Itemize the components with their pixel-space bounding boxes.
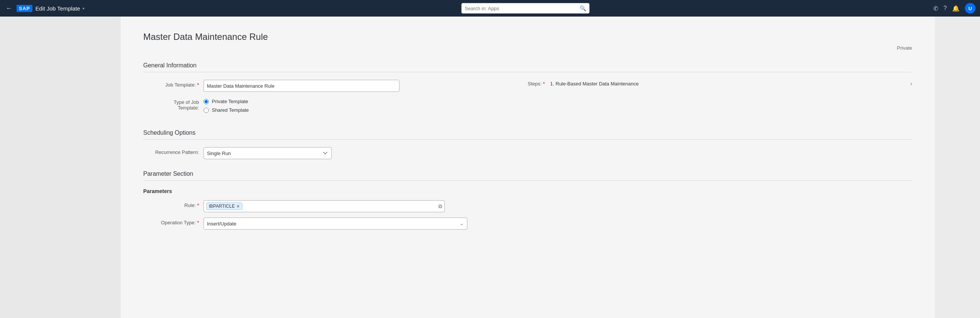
header-right: ✆ ? 🔔 U xyxy=(933,3,975,14)
job-template-row: Job Template: * xyxy=(143,80,528,92)
parameter-section: Parameter Section Parameters Rule: * IBP… xyxy=(143,171,912,229)
operation-type-control: Insert/Update Insert Update Delete ⌄ xyxy=(204,218,468,229)
help-button[interactable]: ? xyxy=(943,5,947,12)
rule-tag-close-icon[interactable]: ✕ xyxy=(236,204,240,209)
recurrence-control: Single Run Daily Weekly Monthly xyxy=(204,147,399,159)
parameter-section-heading: Parameter Section xyxy=(143,171,912,180)
rule-tag: IBPARTICLE ✕ xyxy=(206,203,242,210)
back-icon: ← xyxy=(6,5,12,12)
operation-type-row: Operation Type: * Insert/Update Insert U… xyxy=(143,218,912,229)
rule-control: IBPARTICLE ✕ ⧉ xyxy=(204,200,468,212)
app-title: Edit Job Template xyxy=(35,5,80,12)
sap-logo: SAP xyxy=(17,5,32,12)
sap-logo-text: SAP xyxy=(17,5,32,12)
steps-row: Steps: * 1. Rule-Based Master Data Maint… xyxy=(528,81,912,87)
general-info-grid: Job Template: * Type of Job Template: xyxy=(143,80,912,118)
steps-value: 1. Rule-Based Master Data Maintenance xyxy=(550,81,908,87)
operation-type-select[interactable]: Insert/Update Insert Update Delete xyxy=(204,218,468,229)
recurrence-row: Recurrence Pattern: Single Run Daily Wee… xyxy=(143,147,912,159)
avatar[interactable]: U xyxy=(965,3,975,14)
job-template-input[interactable] xyxy=(204,80,399,92)
header-left: ← SAP Edit Job Template ▾ xyxy=(5,3,118,13)
job-template-control xyxy=(204,80,399,92)
avatar-initials: U xyxy=(968,6,972,11)
scheduling-options-heading: Scheduling Options xyxy=(143,130,912,139)
operation-type-label: Operation Type: * xyxy=(143,218,204,225)
headset-icon: ✆ xyxy=(933,5,938,12)
search-input[interactable] xyxy=(465,6,580,11)
page-title: Master Data Maintenance Rule xyxy=(143,32,912,42)
radio-item-shared[interactable]: Shared Template xyxy=(204,107,399,113)
page-status: Private xyxy=(143,45,912,51)
general-info-left: Job Template: * Type of Job Template: xyxy=(143,80,528,118)
recurrence-select[interactable]: Single Run Daily Weekly Monthly xyxy=(204,147,332,159)
radio-group: Private Template Shared Template xyxy=(204,97,399,113)
radio-item-private[interactable]: Private Template xyxy=(204,99,399,104)
radio-private-label: Private Template xyxy=(212,99,248,104)
rule-label: Rule: * xyxy=(143,200,204,208)
rule-tag-input[interactable]: IBPARTICLE ✕ ⧉ xyxy=(204,200,445,212)
type-of-job-control: Private Template Shared Template xyxy=(204,97,399,113)
parameters-heading: Parameters xyxy=(143,188,912,194)
title-chevron-icon[interactable]: ▾ xyxy=(83,6,84,11)
search-button[interactable]: 🔍 xyxy=(580,5,586,11)
notifications-button[interactable]: 🔔 xyxy=(952,5,959,12)
header-search-area: 🔍 xyxy=(118,3,933,14)
job-template-label: Job Template: * xyxy=(143,80,204,88)
left-sidebar xyxy=(0,17,121,318)
steps-label: Steps: * xyxy=(528,81,547,87)
general-info-right: Steps: * 1. Rule-Based Master Data Maint… xyxy=(528,80,912,87)
job-template-required: * xyxy=(197,82,199,88)
rule-row: Rule: * IBPARTICLE ✕ ⧉ xyxy=(143,200,912,212)
page-layout: Master Data Maintenance Rule Private Gen… xyxy=(0,17,980,318)
steps-required: * xyxy=(543,81,545,87)
search-icon: 🔍 xyxy=(580,5,586,11)
header-title-area: Edit Job Template ▾ xyxy=(35,5,84,12)
headset-button[interactable]: ✆ xyxy=(933,5,938,12)
type-of-job-label: Type of Job Template: xyxy=(143,97,204,111)
recurrence-label: Recurrence Pattern: xyxy=(143,147,204,155)
search-box: 🔍 xyxy=(461,3,590,14)
bell-icon: 🔔 xyxy=(952,5,959,12)
radio-private-template[interactable] xyxy=(204,99,209,104)
rule-tag-value: IBPARTICLE xyxy=(209,204,235,209)
general-information-section: General Information Job Template: * xyxy=(143,62,912,118)
rule-required: * xyxy=(197,203,199,208)
scheduling-options-section: Scheduling Options Recurrence Pattern: S… xyxy=(143,130,912,159)
radio-shared-template[interactable] xyxy=(204,108,209,113)
main-content: Master Data Maintenance Rule Private Gen… xyxy=(121,17,935,318)
app-header: ← SAP Edit Job Template ▾ 🔍 ✆ ? 🔔 U xyxy=(0,0,980,17)
right-sidebar xyxy=(935,17,980,318)
operation-type-required: * xyxy=(197,220,199,225)
rule-tag-expand-icon[interactable]: ⧉ xyxy=(438,203,442,210)
steps-chevron-icon[interactable]: › xyxy=(910,81,912,87)
radio-shared-label: Shared Template xyxy=(212,107,249,113)
back-button[interactable]: ← xyxy=(5,3,14,13)
general-information-heading: General Information xyxy=(143,62,912,72)
help-icon: ? xyxy=(943,5,947,12)
type-of-job-template-row: Type of Job Template: Private Template xyxy=(143,97,528,113)
